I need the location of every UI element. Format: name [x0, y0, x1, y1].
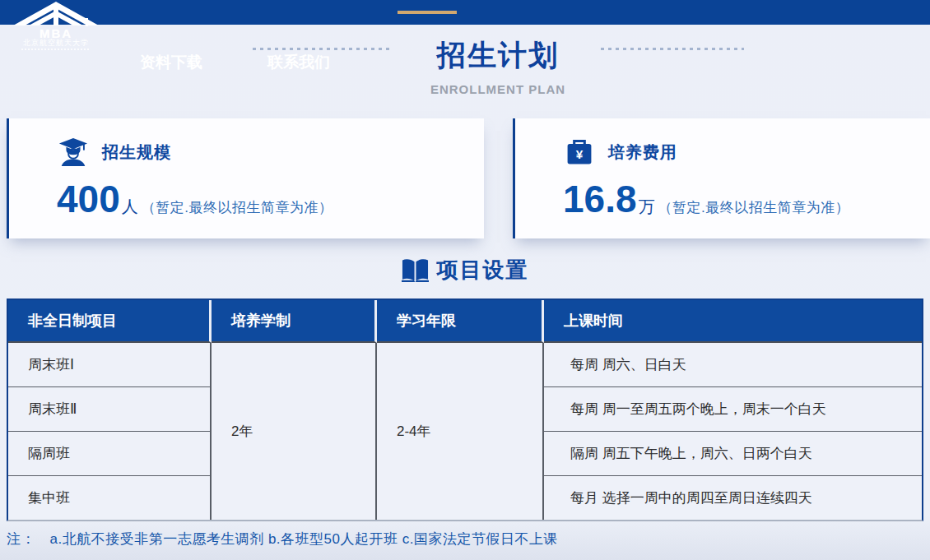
footnote: 注： a.北航不接受非第一志愿考生调剂 b.各班型50人起开班 c.国家法定节假…	[7, 530, 558, 548]
top-bar	[0, 0, 930, 25]
table-cell-program-3: 隔周班	[8, 432, 212, 476]
page-heading: 招生计划 ENROLLMENT PLAN	[374, 36, 621, 96]
project-settings-heading: 项目设置	[0, 256, 930, 285]
logo-mba-text: MBA	[7, 28, 105, 39]
section-title: 项目设置	[437, 256, 529, 285]
enrollment-scale-card: 招生规模 400 人 （暂定.最终以招生简章为准）	[7, 118, 484, 238]
table-cell-program-2: 周末班Ⅱ	[8, 387, 212, 432]
nav-item-contact[interactable]: 联系我们	[267, 52, 330, 73]
enrollment-note: （暂定.最终以招生简章为准）	[142, 198, 333, 217]
page-title: 招生计划	[374, 36, 621, 75]
enrollment-unit: 人	[122, 196, 138, 218]
table-header-program: 非全日制项目	[8, 300, 212, 343]
dotted-line-right	[601, 48, 744, 50]
beihang-emblem-icon	[7, 2, 105, 28]
card-title: 培养费用	[608, 141, 677, 164]
table-header-schedule: 上课时间	[544, 300, 922, 343]
table-cell-schedule-1: 每周 周六、日白天	[544, 343, 922, 387]
enrollment-plan-page: MBA 北京航空航天大学 资料下载 联系我们 招生计划 ENROLLMENT P…	[0, 0, 930, 560]
tuition-fee-card: ¥ 培养费用 16.8 万 （暂定.最终以招生简章为准）	[513, 118, 930, 238]
card-title: 招生规模	[102, 141, 171, 164]
university-mba-logo[interactable]: MBA 北京航空航天大学	[7, 2, 105, 53]
tuition-note: （暂定.最终以招生简章为准）	[658, 198, 850, 217]
book-icon	[402, 258, 429, 283]
graduate-icon	[57, 136, 90, 169]
enrollment-value: 400	[57, 179, 120, 219]
gold-dash-decoration	[398, 11, 457, 14]
tuition-unit: 万	[639, 196, 655, 218]
page-subtitle: ENROLLMENT PLAN	[374, 82, 621, 96]
nav-item-download[interactable]: 资料下载	[140, 52, 202, 73]
money-icon: ¥	[563, 136, 596, 169]
table-cell-program-4: 集中班	[8, 476, 212, 520]
table-cell-duration: 2年	[212, 343, 377, 520]
logo-university-name: 北京航空航天大学	[7, 39, 105, 49]
logo-subtext-decoration	[21, 49, 91, 50]
program-table: 非全日制项目 培养学制 学习年限 上课时间 周末班Ⅰ 2年 2-4年 每周 周六…	[7, 299, 923, 521]
table-header-duration: 培养学制	[212, 300, 377, 343]
table-header-years: 学习年限	[377, 300, 544, 343]
tuition-value: 16.8	[563, 179, 637, 219]
dotted-line-left	[253, 48, 393, 50]
table-cell-study-years: 2-4年	[377, 343, 544, 520]
table-cell-program-1: 周末班Ⅰ	[8, 343, 212, 387]
svg-text:¥: ¥	[576, 147, 584, 161]
table-cell-schedule-3: 隔周 周五下午晚上，周六、日两个白天	[544, 432, 922, 476]
table-cell-schedule-4: 每月 选择一周中的周四至周日连续四天	[544, 476, 922, 520]
table-cell-schedule-2: 每周 周一至周五两个晚上，周末一个白天	[544, 387, 922, 432]
